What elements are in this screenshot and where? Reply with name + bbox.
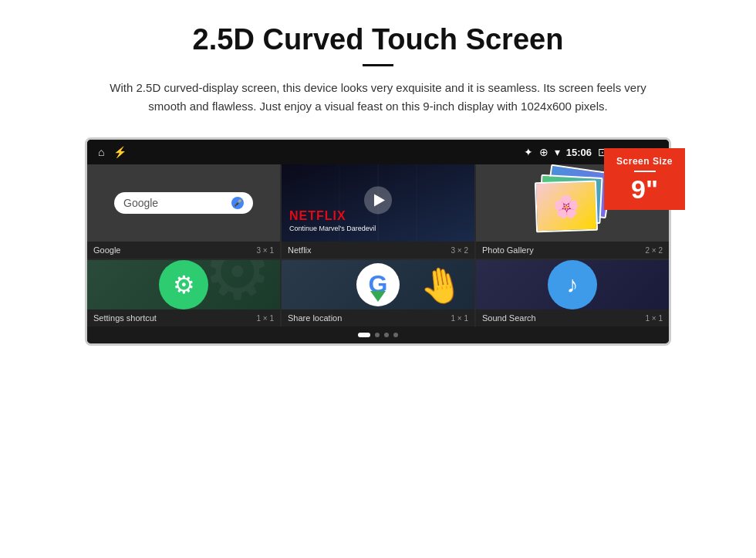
- title-divider: [363, 64, 393, 66]
- share-tile-footer: Share location 1 × 1: [282, 309, 474, 326]
- sound-tile-footer: Sound Search 1 × 1: [476, 309, 669, 326]
- pagination-dot-1[interactable]: [358, 333, 370, 337]
- settings-tile-size: 1 × 1: [256, 314, 274, 323]
- home-icon[interactable]: ⌂: [98, 146, 104, 158]
- music-note-icon: ♪: [567, 272, 579, 298]
- settings-icon-circle: ⚙: [159, 260, 208, 309]
- wifi-icon: ▾: [555, 146, 560, 158]
- photo-tile-footer: Photo Gallery 2 × 2: [476, 242, 669, 259]
- share-tile-name: Share location: [288, 313, 342, 323]
- status-left: ⌂ ⚡: [98, 146, 127, 158]
- badge-divider: [634, 171, 656, 172]
- google-tile-footer: Google 3 × 1: [87, 242, 280, 259]
- google-tile-name: Google: [93, 245, 120, 255]
- google-tile-size: 3 × 1: [256, 246, 274, 255]
- settings-tile-name: Settings shortcut: [93, 313, 157, 323]
- status-time: 15:06: [566, 147, 592, 158]
- photo-tile-name: Photo Gallery: [482, 245, 534, 255]
- share-tile-size: 1 × 1: [451, 314, 468, 323]
- photo-stack: 🌸: [534, 164, 611, 242]
- share-location-tile[interactable]: G 🤚 Share location 1 × 1: [282, 260, 474, 326]
- bluetooth-icon: ✦: [524, 146, 533, 158]
- netflix-tile[interactable]: NETFLIX Continue Marvel's Daredevil Netf…: [282, 164, 474, 259]
- sound-tile-size: 1 × 1: [645, 314, 663, 323]
- pagination-dot-4[interactable]: [393, 333, 398, 337]
- sound-tile-name: Sound Search: [482, 313, 536, 323]
- play-triangle: [374, 194, 385, 206]
- photo-card-3: 🌸: [535, 181, 598, 233]
- sound-tile-content: ♪: [476, 260, 669, 309]
- screen-wrapper: Screen Size 9" ⌂ ⚡ ✦ ⊕ ▾ 15:06 ⊡ 🔈 ⊠ ▭: [85, 137, 671, 346]
- gear-icon: ⚙: [173, 270, 195, 299]
- google-maps-icon: G: [355, 262, 401, 308]
- status-bar: ⌂ ⚡ ✦ ⊕ ▾ 15:06 ⊡ 🔈 ⊠ ▭: [87, 140, 669, 164]
- badge-size: 9": [615, 176, 674, 202]
- description: With 2.5D curved-display screen, this de…: [100, 79, 656, 116]
- sound-icon-circle: ♪: [548, 260, 597, 309]
- pagination-dot-2[interactable]: [375, 333, 380, 337]
- netflix-tile-name: Netflix: [288, 245, 312, 255]
- settings-tile[interactable]: ⚙ ⚙ Settings shortcut 1 × 1: [87, 260, 280, 326]
- sound-search-tile[interactable]: ♪ Sound Search 1 × 1: [476, 260, 669, 326]
- device-frame: ⌂ ⚡ ✦ ⊕ ▾ 15:06 ⊡ 🔈 ⊠ ▭ Google: [85, 137, 671, 346]
- maps-container: G: [355, 262, 401, 308]
- pagination-dots: [87, 326, 669, 343]
- flower-image: 🌸: [552, 193, 580, 219]
- google-tile[interactable]: Google 🎤 Google 3 × 1: [87, 164, 280, 259]
- usb-icon: ⚡: [113, 146, 127, 158]
- settings-tile-footer: Settings shortcut 1 × 1: [87, 309, 280, 326]
- pagination-dot-3[interactable]: [384, 333, 389, 337]
- google-search-bar[interactable]: Google 🎤: [114, 192, 253, 214]
- netflix-continue: Continue Marvel's Daredevil: [289, 225, 376, 232]
- share-tile-content: G 🤚: [282, 260, 474, 309]
- hand-pointer-icon: 🤚: [417, 262, 466, 309]
- netflix-info-overlay: NETFLIX Continue Marvel's Daredevil: [289, 209, 376, 232]
- settings-bg-icon: ⚙: [203, 260, 272, 309]
- netflix-tile-size: 3 × 2: [451, 246, 468, 255]
- badge-label: Screen Size: [615, 156, 674, 167]
- netflix-logo: NETFLIX: [289, 209, 376, 223]
- app-grid: Google 🎤 Google 3 × 1: [87, 164, 669, 326]
- google-logo: Google: [123, 197, 158, 209]
- netflix-tile-content: NETFLIX Continue Marvel's Daredevil: [282, 164, 474, 242]
- page-title: 2.5D Curved Touch Screen: [193, 23, 564, 56]
- location-icon: ⊕: [539, 146, 548, 158]
- photo-tile-size: 2 × 2: [645, 246, 663, 255]
- netflix-tile-footer: Netflix 3 × 2: [282, 242, 474, 259]
- google-tile-content: Google 🎤: [87, 164, 280, 242]
- google-mic-icon[interactable]: 🎤: [231, 197, 244, 209]
- settings-tile-content: ⚙ ⚙: [87, 260, 280, 309]
- screen-size-badge: Screen Size 9": [604, 148, 685, 210]
